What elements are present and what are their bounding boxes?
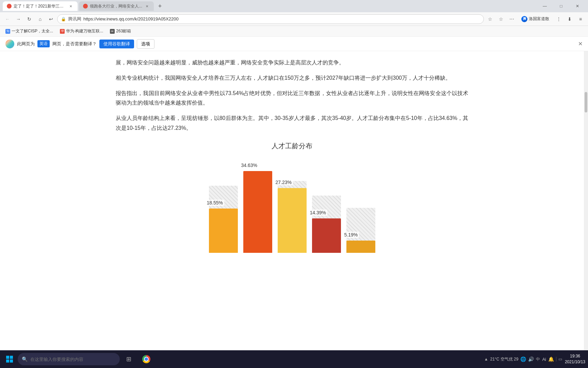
tab-2-favicon	[83, 4, 88, 9]
home-button[interactable]: ⌂	[35, 14, 45, 24]
bookmark-cisp-label: 一文了解CISP，太全...	[12, 28, 53, 34]
tencent-label: 洛国富道散	[529, 16, 549, 22]
bar-fill-4	[346, 241, 375, 253]
search-input[interactable]	[30, 357, 112, 362]
taskbar-search[interactable]: 🔍	[18, 353, 120, 365]
start-button[interactable]	[3, 352, 16, 366]
search-icon: 🔍	[22, 356, 28, 362]
taskbar-browser-app[interactable]	[139, 352, 154, 367]
tab-1-favicon	[7, 4, 12, 9]
browser-toolbar: ← → ↻ ⌂ ↩ 🔒 腾讯网 https://view.inews.qq.co…	[0, 12, 588, 26]
read-mode-button[interactable]: ☆	[496, 14, 506, 24]
bookmark-cisp-icon: 知	[5, 29, 10, 34]
more-button[interactable]: ⋯	[507, 14, 517, 24]
menu-button[interactable]: ≡	[576, 14, 585, 24]
bookmark-huawei-label: 华为·构建万物互联...	[66, 28, 103, 34]
refresh-button[interactable]: ↻	[24, 14, 34, 24]
maximize-button[interactable]: □	[553, 0, 569, 12]
language-badge: 英语	[37, 40, 50, 47]
translation-bar: 此网页为 英语 网页，是否需要翻译？ 使用谷歌翻译 选项 ✕	[0, 37, 588, 51]
bar-label-4: 5.19%	[343, 232, 359, 238]
talent-age-chart: 人才工龄分布 18.55%34.63%27.23%14.39%5.19%	[190, 141, 394, 253]
volume-icon[interactable]: 🔊	[528, 356, 534, 362]
window-controls: — □ ✕	[537, 0, 585, 12]
tab-2[interactable]: 领跑各大行业，网络安全人... ✕	[79, 1, 154, 11]
taskbar-right: ▲ 21°C 空气优 29 🌐 🔊 中 Ai 🔔 ▭ 19:36 2021/10…	[484, 353, 585, 365]
bar-label-3: 14.39%	[309, 210, 327, 216]
bookmark-cisp[interactable]: 知 一文了解CISP，太全...	[3, 28, 55, 35]
paragraph-3: 报告指出，我国目前网络安全从业者中男性以73.54%占绝对优势，但对比近三年数据…	[116, 89, 468, 108]
clock-time: 19:36	[565, 353, 585, 359]
tencent-icon: 腾	[521, 16, 527, 22]
network-icon: 🌐	[520, 356, 526, 362]
task-view-button[interactable]: ⊞	[121, 352, 136, 367]
bar-fill-2	[278, 188, 307, 253]
system-tray: ▲ 21°C 空气优 29 🌐 🔊 中 Ai 🔔 ▭	[484, 356, 562, 362]
bookmark-star-button[interactable]: ☆	[485, 14, 495, 24]
bar-group-2: 27.23%	[278, 171, 307, 253]
bookmark-huawei-icon: 华	[60, 29, 65, 34]
bookmarks-bar: 知 一文了解CISP，太全... 华 华为·构建万物互联... ✉ 263邮箱	[0, 26, 588, 37]
title-bar: 定了！定了！2021新华三杯... ✕ 领跑各大行业，网络安全人... ✕ + …	[0, 0, 588, 12]
history-button[interactable]: ↩	[46, 14, 56, 24]
input-method-icon: 中	[536, 356, 540, 362]
forward-button[interactable]: →	[14, 14, 23, 24]
translation-middle: 网页，是否需要翻译？	[52, 41, 97, 47]
bookmark-huawei[interactable]: 华 华为·构建万物互联...	[58, 28, 105, 35]
up-arrow-icon[interactable]: ▲	[484, 357, 488, 362]
tab-1-title: 定了！定了！2021新华三杯...	[14, 3, 66, 9]
paragraph-4: 从业人员年龄结构上来看，呈现纺锤形，以80后群体为主。其中，30-35岁人才最多…	[116, 113, 468, 133]
clock-date: 2021/10/13	[565, 359, 585, 365]
domain-label: 腾讯网	[68, 16, 81, 22]
page-scrollbar[interactable]	[584, 51, 588, 350]
taskbar: 🔍 ⊞ ▲ 21°C 空气优 29 🌐 🔊 中 Ai 🔔	[0, 350, 588, 368]
chart-title: 人才工龄分布	[190, 141, 394, 151]
download-button[interactable]: ⬇	[565, 14, 574, 24]
bar-fill-1	[243, 171, 272, 253]
ai-label: Ai	[542, 357, 546, 362]
bar-group-0: 18.55%	[209, 171, 238, 253]
bar-label-1: 34.63%	[240, 162, 259, 168]
new-tab-button[interactable]: +	[155, 1, 165, 11]
scrollbar-thumb[interactable]	[585, 92, 587, 112]
url-display: https://view.inews.qq.com/k/20210919A05X…	[83, 16, 480, 21]
translation-prefix: 此网页为	[17, 41, 35, 47]
close-translation-button[interactable]: ✕	[578, 41, 583, 47]
bookmark-email-icon: ✉	[110, 29, 115, 34]
article-content: 展，网络安全问题越来越明显，威胁也越来越严重，网络安全竞争实际上是高层次人才的竞…	[0, 51, 584, 350]
address-bar[interactable]: 🔒 腾讯网 https://view.inews.qq.com/k/202109…	[57, 14, 484, 24]
extensions-button[interactable]: ⋮	[554, 14, 564, 24]
option-button[interactable]: 选项	[137, 39, 154, 49]
translate-button[interactable]: 使用谷歌翻译	[99, 40, 134, 48]
system-clock: 19:36 2021/10/13	[565, 353, 585, 365]
tab-2-close[interactable]: ✕	[144, 3, 150, 9]
tab-1[interactable]: 定了！定了！2021新华三杯... ✕	[3, 1, 78, 11]
windows-logo-icon	[6, 356, 13, 363]
bar-fill-3	[312, 218, 341, 253]
bar-label-0: 18.55%	[206, 200, 224, 206]
bookmark-email-label: 263邮箱	[116, 28, 131, 34]
google-translate-logo	[5, 40, 14, 48]
content-area: 展，网络安全问题越来越明显，威胁也越来越严重，网络安全竞争实际上是高层次人才的竞…	[0, 51, 588, 350]
paragraph-2: 相关专业机构统计，我国网络安全人才培养在三万人左右，人才缺口在150万之多，预计…	[116, 73, 468, 83]
weather-info: 21°C 空气优 29	[490, 356, 519, 362]
tencent-extension[interactable]: 腾 洛国富道散	[518, 14, 553, 24]
taskbar-apps	[139, 352, 154, 367]
tab-strip: 定了！定了！2021新华三杯... ✕ 领跑各大行业，网络安全人... ✕ +	[3, 1, 536, 11]
bar-label-2: 27.23%	[274, 179, 293, 185]
chart-bars: 18.55%34.63%27.23%14.39%5.19%	[190, 157, 394, 253]
minimize-button[interactable]: —	[537, 0, 553, 12]
task-view-icon: ⊞	[126, 355, 131, 363]
back-button[interactable]: ←	[3, 14, 12, 24]
bar-group-1: 34.63%	[243, 171, 272, 253]
tab-2-title: 领跑各大行业，网络安全人...	[90, 3, 142, 9]
bar-group-3: 14.39%	[312, 171, 341, 253]
tab-1-close[interactable]: ✕	[68, 3, 74, 9]
paragraph-1: 展，网络安全问题越来越明显，威胁也越来越严重，网络安全竞争实际上是高层次人才的竞…	[116, 58, 468, 68]
notifications-icon[interactable]: 🔔	[548, 356, 554, 362]
show-desktop-button[interactable]: ▭	[556, 357, 562, 362]
bar-fill-0	[209, 209, 238, 253]
bookmark-email[interactable]: ✉ 263邮箱	[108, 28, 133, 35]
security-icon: 🔒	[61, 17, 66, 21]
close-button[interactable]: ✕	[570, 0, 585, 12]
